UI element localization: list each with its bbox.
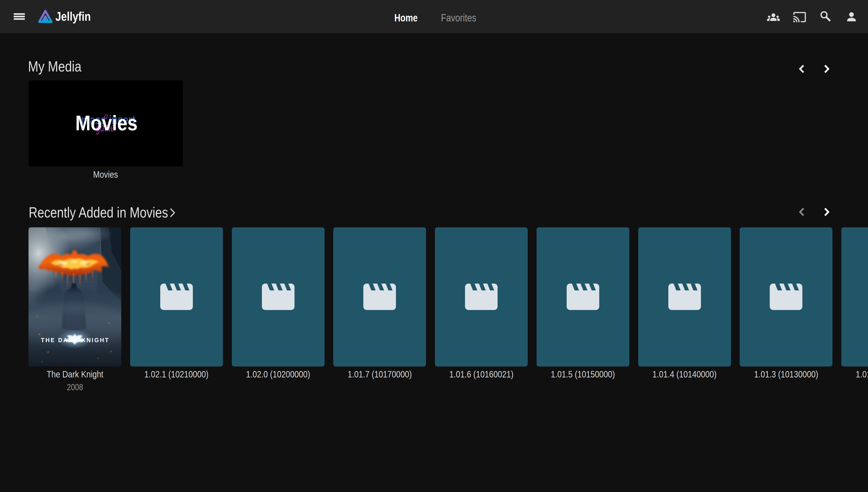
svg-text:THE DARK KNIGHT: THE DARK KNIGHT xyxy=(41,337,110,343)
